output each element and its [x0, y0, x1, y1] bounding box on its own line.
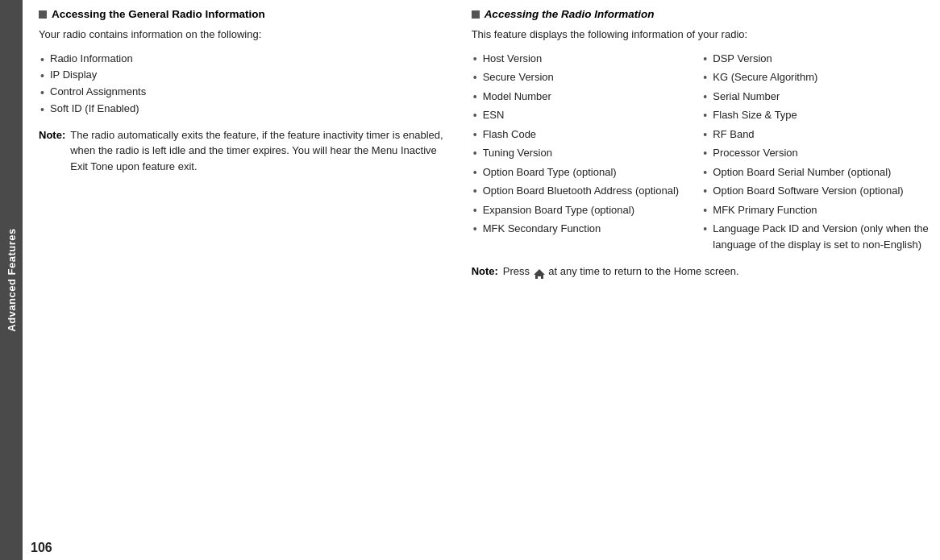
right-note-text: Press at any time to return to the Home … — [503, 263, 739, 280]
list-item: Option Board Serial Number (optional) — [701, 164, 932, 184]
left-column: Accessing the General Radio Information … — [31, 8, 464, 537]
sidebar-label: Advanced Features — [6, 228, 18, 331]
right-intro: This feature displays the following info… — [472, 27, 932, 43]
columns: Accessing the General Radio Information … — [23, 8, 940, 537]
left-bullet-list: Radio Information IP Display Control Ass… — [39, 51, 447, 118]
list-item: IP Display — [39, 67, 447, 84]
list-item: Option Board Type (optional) — [472, 164, 702, 184]
right-note-label: Note: — [472, 263, 498, 280]
list-item: Expansion Board Type (optional) — [472, 202, 702, 222]
list-item: KG (Secure Algorithm) — [701, 69, 932, 89]
home-icon — [533, 266, 546, 279]
right-heading-text: Accessing the Radio Information — [485, 8, 655, 20]
main-content: Accessing the General Radio Information … — [23, 0, 940, 560]
left-note-text: The radio automatically exits the featur… — [70, 127, 447, 175]
svg-marker-0 — [534, 269, 545, 279]
heading-icon-right — [472, 10, 480, 19]
right-note-text2: at any time to return to the Home screen… — [548, 265, 738, 277]
list-item: Control Assignments — [39, 84, 447, 101]
page-number-area: 106 — [23, 537, 940, 560]
list-item: MFK Secondary Function — [472, 221, 702, 255]
list-item: Radio Information — [39, 51, 447, 68]
list-item: MFK Primary Function — [701, 202, 932, 222]
list-item: Secure Version — [472, 69, 702, 89]
left-heading-text: Accessing the General Radio Information — [52, 8, 265, 20]
list-item: Flash Size & Type — [701, 107, 932, 127]
list-item: Serial Number — [701, 89, 932, 108]
list-item: Flash Code — [472, 127, 702, 146]
list-item: Option Board Bluetooth Address (optional… — [472, 183, 702, 202]
left-note-label: Note: — [39, 127, 65, 175]
list-item: DSP Version — [701, 51, 932, 70]
left-intro: Your radio contains information on the f… — [39, 27, 447, 43]
list-item: Processor Version — [701, 145, 932, 164]
heading-icon-left — [39, 10, 47, 19]
list-item: ESN — [472, 107, 702, 127]
right-heading: Accessing the Radio Information — [472, 8, 932, 20]
page-number: 106 — [31, 541, 52, 555]
list-item: Host Version — [472, 51, 702, 70]
list-item: Soft ID (If Enabled) — [39, 101, 447, 118]
right-column: Accessing the Radio Information This fea… — [464, 8, 932, 537]
list-item: RF Band — [701, 127, 932, 146]
list-item: Language Pack ID and Version (only when … — [701, 221, 932, 255]
left-note: Note: The radio automatically exits the … — [39, 127, 447, 175]
right-bullet-grid: Host Version DSP Version Secure Version … — [472, 51, 932, 256]
list-item: Tuning Version — [472, 145, 702, 164]
sidebar: Advanced Features — [0, 0, 23, 560]
left-heading: Accessing the General Radio Information — [39, 8, 447, 20]
right-note: Note: Press at any time to return to the… — [472, 263, 932, 280]
list-item: Option Board Software Version (optional) — [701, 183, 932, 202]
list-item: Model Number — [472, 89, 702, 108]
